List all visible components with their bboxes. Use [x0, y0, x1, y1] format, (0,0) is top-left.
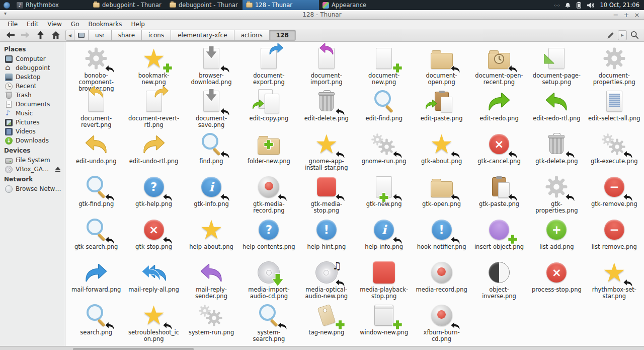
- file-item[interactable]: gnome-run.png: [355, 130, 413, 173]
- file-item[interactable]: document-new.png: [355, 45, 413, 88]
- file-item[interactable]: document-properties.png: [586, 45, 643, 88]
- file-item[interactable]: edit-redo.png: [470, 88, 528, 130]
- file-item[interactable]: ?help-contents.png: [240, 216, 297, 259]
- sidebar-item-recent[interactable]: Recent: [0, 82, 65, 91]
- path-scroll-right-button[interactable]: ▸: [618, 30, 627, 40]
- sidebar-item-documents[interactable]: Documents: [0, 100, 65, 109]
- menu-file[interactable]: File: [3, 20, 22, 28]
- path-button-128[interactable]: 128: [269, 30, 296, 41]
- file-item[interactable]: ★gtk-about.png: [413, 130, 470, 173]
- file-item[interactable]: !help-hint.png: [298, 216, 355, 259]
- file-item[interactable]: gtk-find.png: [67, 173, 125, 216]
- file-item[interactable]: mail-forward.png: [67, 259, 125, 302]
- network-icon[interactable]: ‹··›: [554, 2, 560, 9]
- taskbar-button[interactable]: debugpoint - Thunar: [166, 0, 243, 10]
- taskbar-button[interactable]: ♪Rhythmbox: [13, 0, 90, 10]
- menu-help[interactable]: Help: [127, 20, 149, 28]
- file-item[interactable]: gtk-search.png: [67, 216, 125, 259]
- file-item[interactable]: document-save.png: [183, 88, 240, 130]
- file-item[interactable]: ×process-stop.png: [528, 259, 585, 302]
- file-item[interactable]: −list-remove.png: [586, 216, 643, 259]
- menu-view[interactable]: View: [43, 20, 66, 28]
- file-item[interactable]: find.png: [183, 130, 240, 173]
- file-item[interactable]: −gtk-remove.png: [586, 173, 643, 216]
- file-item[interactable]: folder-new.png: [240, 130, 297, 173]
- edit-path-button[interactable]: [604, 30, 616, 41]
- file-item[interactable]: edit-redo-rtl.png: [528, 88, 585, 130]
- file-item[interactable]: ×gtk-stop.png: [125, 216, 182, 259]
- notifications-bell-icon[interactable]: [565, 2, 571, 9]
- menu-go[interactable]: Go: [66, 20, 84, 28]
- applications-menu-button[interactable]: [0, 0, 13, 10]
- path-scroll-left-button[interactable]: ◂: [65, 30, 74, 41]
- path-button-icons[interactable]: icons: [141, 30, 171, 41]
- file-item[interactable]: ★rhythmbox-set-star.png: [586, 259, 643, 302]
- taskbar-button[interactable]: debugpoint - Thunar: [90, 0, 166, 10]
- file-item[interactable]: !hook-notifier.png: [413, 216, 470, 259]
- file-item[interactable]: edit-paste.png: [413, 88, 470, 130]
- sidebar-item-trash[interactable]: Trash: [0, 91, 65, 100]
- file-item[interactable]: edit-copy.png: [240, 88, 297, 130]
- file-item[interactable]: system-search.png: [240, 302, 297, 344]
- maximize-button[interactable]: +: [622, 10, 630, 19]
- file-item[interactable]: system-run.png: [183, 302, 240, 344]
- file-item[interactable]: media-import-audio-cd.png: [240, 259, 297, 302]
- file-item[interactable]: gtk-paste.png: [470, 173, 528, 216]
- sidebar-item-pictures[interactable]: Pictures: [0, 118, 65, 127]
- minimize-button[interactable]: −: [612, 10, 620, 19]
- file-item[interactable]: edit-find.png: [355, 88, 413, 130]
- file-item[interactable]: bonobo-component-browser.png: [67, 45, 125, 88]
- taskbar-button[interactable]: Appearance: [319, 0, 395, 10]
- path-button-share[interactable]: share: [111, 30, 142, 41]
- file-item[interactable]: gtk-new.png: [355, 173, 413, 216]
- file-item[interactable]: ×gtk-cancel.png: [470, 130, 528, 173]
- sidebar-item-vbox-gas-6-1-38[interactable]: VBox_GAs_6.1.38: [0, 165, 65, 174]
- search-button[interactable]: [628, 30, 640, 41]
- path-button-actions[interactable]: actions: [234, 30, 270, 41]
- sidebar-item-downloads[interactable]: Downloads: [0, 136, 65, 145]
- file-item[interactable]: search.png: [67, 302, 125, 344]
- forward-button[interactable]: [19, 30, 32, 41]
- home-button[interactable]: [49, 30, 62, 41]
- file-item[interactable]: gtk-execute.png: [586, 130, 643, 173]
- path-button-usr[interactable]: usr: [88, 30, 112, 41]
- eject-icon[interactable]: [55, 167, 61, 172]
- file-item[interactable]: window-new.png: [355, 302, 413, 344]
- path-filesystem-button[interactable]: [74, 30, 89, 41]
- panel-clock[interactable]: 10 Oct, 21:06: [600, 2, 639, 9]
- file-item[interactable]: document-revert.png: [67, 88, 125, 130]
- file-item[interactable]: edit-undo-rtl.png: [125, 130, 182, 173]
- sidebar-item-music[interactable]: Music: [0, 109, 65, 118]
- file-item[interactable]: browser-download.png: [183, 45, 240, 88]
- file-item[interactable]: document-export.png: [240, 45, 297, 88]
- file-item[interactable]: ★bookmark-new.png: [125, 45, 182, 88]
- path-button-elementary-xfce[interactable]: elementary-xfce: [171, 30, 234, 41]
- sidebar-item-file-system[interactable]: File System: [0, 156, 65, 165]
- back-button[interactable]: [4, 30, 17, 41]
- menu-edit[interactable]: Edit: [22, 20, 43, 28]
- sidebar-item-desktop[interactable]: Desktop: [0, 73, 65, 82]
- file-item[interactable]: mail-reply-sender.png: [183, 259, 240, 302]
- volume-icon[interactable]: [587, 2, 595, 9]
- file-item[interactable]: ★setroubleshoot_icon.png: [125, 302, 182, 344]
- menu-bookmarks[interactable]: Bookmarks: [84, 20, 126, 28]
- file-item[interactable]: media-record.png: [413, 259, 470, 302]
- file-item[interactable]: gtk-delete.png: [528, 130, 585, 173]
- file-item[interactable]: ♫media-optical-audio-new.png: [298, 259, 355, 302]
- file-item[interactable]: +list-add.png: [528, 216, 585, 259]
- file-item[interactable]: igtk-info.png: [183, 173, 240, 216]
- sidebar-item-computer[interactable]: Computer: [0, 54, 65, 63]
- sidebar-item-debugpoint[interactable]: debugpoint: [0, 63, 65, 73]
- window-menu-icon[interactable]: ▾: [4, 11, 7, 16]
- close-button[interactable]: ×: [633, 10, 641, 19]
- file-item[interactable]: document-page-setup.png: [528, 45, 585, 88]
- file-item[interactable]: mail-reply-all.png: [125, 259, 182, 302]
- file-item[interactable]: gtk-open.png: [413, 173, 470, 216]
- sidebar-item-videos[interactable]: Videos: [0, 127, 65, 136]
- file-item[interactable]: document-open-recent.png: [470, 45, 528, 88]
- file-item[interactable]: insert-object.png: [470, 216, 528, 259]
- file-item[interactable]: ihelp-info.png: [355, 216, 413, 259]
- file-item[interactable]: gtk-properties.png: [528, 173, 585, 216]
- file-item[interactable]: edit-delete.png: [298, 88, 355, 130]
- taskbar-button[interactable]: 128 - Thunar: [243, 0, 319, 10]
